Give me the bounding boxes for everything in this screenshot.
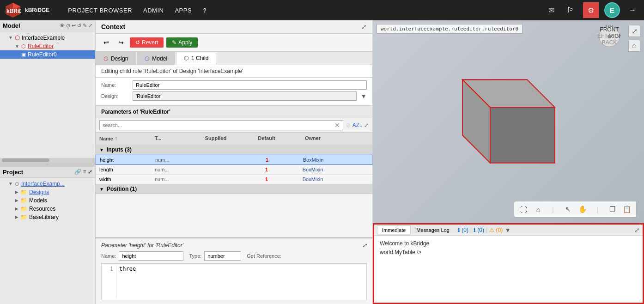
param-name-input[interactable] — [119, 251, 183, 261]
params-search-box[interactable]: ✕ — [99, 120, 343, 130]
flag-icon[interactable]: 🏳 — [564, 3, 577, 17]
badge-info2: ℹ (0) — [474, 227, 484, 233]
nav-help[interactable]: ? — [203, 7, 207, 14]
params-expand-icon[interactable]: ⤢ — [364, 122, 369, 128]
eye-icon[interactable]: 👁 — [60, 23, 65, 29]
redo-button[interactable]: ↪ — [115, 36, 127, 49]
tree-item-models[interactable]: ▶ 📁 Models — [0, 196, 95, 205]
badge-warn: ⚠ (0) — [489, 227, 503, 233]
tab-model[interactable]: ⬡ Model — [137, 52, 175, 65]
line-numbers: 1 — [105, 266, 116, 298]
hscroll-thumb — [2, 158, 49, 162]
project-toolbar-icons: 🔗 ≡ ⤢ — [74, 169, 92, 175]
undo-tree-icon[interactable]: ↩ — [72, 23, 76, 29]
circle-icon[interactable]: ⊙ — [66, 23, 70, 29]
compass-widget[interactable]: FRONT RIGHT BACK LEFT UP — [598, 25, 621, 49]
cell-supplied — [188, 168, 243, 171]
console-content[interactable]: Welcome to kBridge world.MyTable /> — [374, 236, 643, 303]
params-search-input[interactable] — [103, 122, 334, 128]
table-row-width[interactable]: width num... 1 BoxMixin — [96, 175, 372, 184]
top-nav: PROJECT BROWSER ADMIN APPS ? — [68, 7, 207, 14]
tree-label: RuleEditor — [28, 43, 54, 49]
param-detail-expand-icon[interactable]: ⤢ — [362, 242, 367, 249]
context-expand-icon[interactable]: ⤢ — [361, 23, 367, 30]
tree-label: Designs — [29, 189, 49, 195]
name-label: Name: — [101, 82, 129, 88]
cell-name: height — [96, 155, 152, 164]
tree-item-interfaceexamp[interactable]: ▼ ⊙ InterfaceExamp... — [0, 180, 95, 188]
name-input[interactable] — [133, 80, 367, 90]
params-search-row: ✕ ⊘ AZ↓ ⤢ — [96, 118, 372, 133]
panel-resize-handle[interactable]: ··· — [0, 163, 95, 166]
sort-asc-icon: ↑ — [115, 135, 117, 142]
vp-btn-copy[interactable]: ❐ — [606, 203, 619, 216]
code-editor[interactable]: 1 three — [101, 263, 367, 300]
vp-btn-cursor[interactable]: ↖ — [561, 203, 574, 216]
design-field-row: Design: ▼ — [101, 91, 367, 101]
folder-icon: 📁 — [20, 189, 27, 195]
vp-btn-hand[interactable]: ✋ — [576, 203, 589, 216]
tree-item-baselibrary[interactable]: ▶ 📁 BaseLibrary — [0, 213, 95, 221]
tree-item-resources[interactable]: ▶ 📁 Resources — [0, 205, 95, 213]
context-toolbar: ↩ ↪ ↺ Revert ✎ Apply — [96, 34, 372, 52]
expand-project-icon[interactable]: ⤢ — [88, 169, 92, 175]
nav-apps[interactable]: APPS — [175, 7, 192, 14]
apply-button[interactable]: ✎ Apply — [166, 37, 198, 48]
list-icon[interactable]: ≡ — [83, 169, 86, 175]
expand-model-icon[interactable]: ⤢ — [88, 23, 92, 29]
vp-btn-home[interactable]: ⌂ — [532, 203, 545, 216]
revert-button[interactable]: ↺ Revert — [130, 37, 164, 48]
link-icon[interactable]: 🔗 — [74, 169, 81, 175]
folder-icon: 📁 — [20, 197, 27, 204]
section-arrow: ▼ — [99, 147, 104, 152]
model-tree-hscroll[interactable] — [0, 158, 95, 163]
left-panel: Model 👁 ⊙ ↩ ↺ ✎ ⤢ ▼ ⬡ InterfaceExample ▼… — [0, 20, 96, 304]
section-position[interactable]: ▼ Position (1) — [96, 184, 372, 194]
svg-point-13 — [608, 35, 611, 38]
tree-arrow: ▼ — [8, 35, 13, 40]
logout-icon[interactable]: → — [626, 3, 639, 17]
nav-admin[interactable]: ADMIN — [143, 7, 164, 14]
sort-icons[interactable]: ⊘ AZ↓ ⤢ — [346, 122, 369, 128]
badge-info: ℹ (0) — [458, 227, 468, 233]
undo-button[interactable]: ↩ — [100, 36, 112, 49]
project-tree: ▼ ⊙ InterfaceExamp... ▶ 📁 Designs ▶ 📁 Mo… — [0, 178, 95, 304]
tab-child[interactable]: ⬡ 1 Child — [176, 52, 216, 65]
tab-messages-log[interactable]: Messages Log — [412, 226, 454, 234]
tab-design[interactable]: ⬡ Design — [96, 52, 136, 65]
console-expand-icon[interactable]: ⤢ — [634, 226, 640, 234]
edit-icon[interactable]: ✎ — [83, 23, 87, 29]
home-icon[interactable]: ⌂ — [628, 40, 640, 52]
editing-text: Editing child rule 'RuleEditor' of Desig… — [101, 68, 243, 74]
tree-item-designs[interactable]: ▶ 📁 Designs — [0, 188, 95, 196]
main-layout: Model 👁 ⊙ ↩ ↺ ✎ ⤢ ▼ ⬡ InterfaceExample ▼… — [0, 20, 644, 304]
tree-item-ruleeditor0[interactable]: ▣ RuleEditor0 — [0, 50, 95, 59]
user-avatar[interactable]: E — [604, 2, 620, 18]
tab-immediate[interactable]: Immediate — [377, 225, 411, 234]
table-row-height[interactable]: height num... 1 BoxMixin — [96, 155, 372, 165]
design-dropdown-icon[interactable]: ▼ — [360, 92, 367, 100]
sort-az-icon[interactable]: AZ↓ — [352, 122, 362, 128]
search-clear-icon[interactable]: ✕ — [334, 122, 340, 129]
refresh-icon[interactable]: ↺ — [77, 23, 81, 29]
code-content[interactable]: three — [119, 266, 363, 298]
vp-btn-crosshair[interactable]: ⛶ — [517, 203, 530, 216]
params-header: Parameters of 'RuleEditor' — [96, 106, 372, 118]
section-inputs[interactable]: ▼ Inputs (3) — [96, 145, 372, 155]
table-row-length[interactable]: length num... 1 BoxMixin — [96, 165, 372, 175]
param-getref-field: Get Reference: — [247, 253, 281, 259]
param-type-input[interactable] — [204, 251, 241, 261]
tab-label: 1 Child — [191, 55, 208, 61]
viewport-expand-icon[interactable]: ⤢ — [628, 25, 640, 37]
cell-owner: BoxMixin — [290, 155, 336, 164]
viewport[interactable]: world.interfaceexample.ruleeditor.ruleed… — [373, 20, 644, 223]
mail-icon[interactable]: ✉ — [544, 3, 558, 17]
tree-item-ruleeditor[interactable]: ▼ ⬡ RuleEditor — [0, 42, 95, 50]
vp-btn-export[interactable]: 📋 — [620, 203, 633, 216]
nav-project-browser[interactable]: PROJECT BROWSER — [68, 7, 132, 14]
design-input[interactable] — [133, 91, 357, 101]
line-number: 1 — [105, 266, 113, 272]
tree-item-interfaceexample[interactable]: ▼ ⬡ InterfaceExample — [0, 33, 95, 42]
console-dropdown-icon[interactable]: ▼ — [504, 226, 511, 234]
settings-icon[interactable]: ⚙ — [583, 2, 599, 18]
